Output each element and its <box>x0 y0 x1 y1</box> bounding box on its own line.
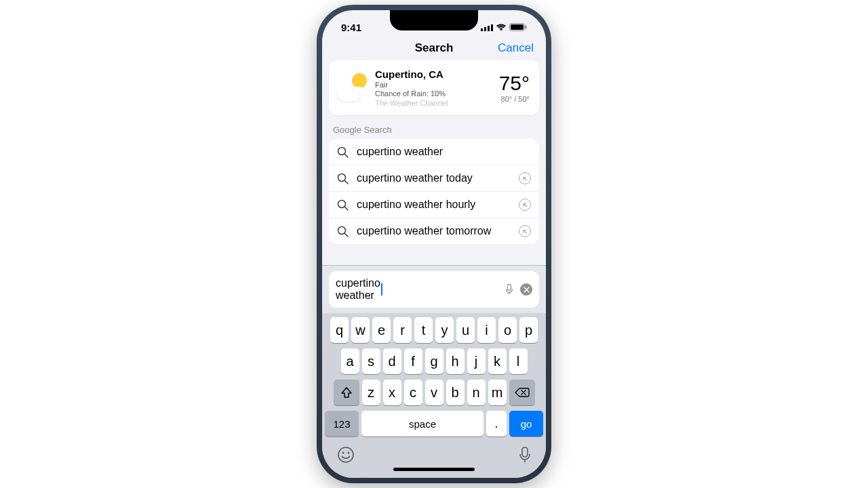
key-u[interactable]: u <box>456 317 475 343</box>
key-s[interactable]: s <box>362 348 380 374</box>
key-j[interactable]: j <box>467 348 486 374</box>
status-time: 9:41 <box>341 22 361 33</box>
key-i[interactable]: i <box>477 317 496 343</box>
key-v[interactable]: v <box>425 380 443 405</box>
fill-arrow-icon[interactable] <box>519 199 531 211</box>
search-icon <box>337 199 349 211</box>
key-h[interactable]: h <box>446 348 465 374</box>
search-icon <box>337 146 349 158</box>
phone-frame: 9:41 Search Cancel <box>317 5 551 483</box>
key-f[interactable]: f <box>404 348 422 374</box>
battery-icon <box>509 23 527 31</box>
svg-point-16 <box>338 447 353 462</box>
nav-bar: Search Cancel <box>322 37 546 60</box>
suggestion-text: cupertino weather hourly <box>357 199 519 211</box>
search-icon <box>337 226 349 237</box>
key-l[interactable]: l <box>509 348 528 374</box>
clear-text-button[interactable] <box>520 283 532 296</box>
suggestion-row[interactable]: cupertino weather hourly <box>329 192 539 218</box>
svg-point-18 <box>348 452 350 454</box>
wifi-icon <box>496 23 507 31</box>
weather-rain-chance: Chance of Rain: 10% <box>375 89 499 98</box>
svg-point-13 <box>338 226 346 234</box>
svg-point-17 <box>342 452 344 454</box>
svg-rect-5 <box>511 24 524 30</box>
svg-rect-15 <box>508 285 511 291</box>
key-e[interactable]: e <box>372 317 391 343</box>
home-indicator[interactable] <box>393 468 475 471</box>
svg-point-7 <box>338 147 346 155</box>
emoji-key[interactable] <box>337 446 355 464</box>
screen: 9:41 Search Cancel <box>322 10 546 478</box>
weather-temperature: 75° <box>499 73 530 94</box>
section-label: Google Search <box>329 125 539 139</box>
key-a[interactable]: a <box>341 348 359 374</box>
weather-card[interactable]: Cupertino, CA Fair Chance of Rain: 10% T… <box>329 60 539 115</box>
svg-line-8 <box>345 154 349 157</box>
key-w[interactable]: w <box>351 317 370 343</box>
svg-rect-0 <box>481 28 483 31</box>
key-m[interactable]: m <box>488 380 507 405</box>
suggestion-text: cupertino weather tomorrow <box>357 225 519 237</box>
key-n[interactable]: n <box>467 380 486 405</box>
search-icon <box>337 173 349 184</box>
key-d[interactable]: d <box>383 348 401 374</box>
suggestion-row[interactable]: cupertino weather tomorrow <box>329 218 539 244</box>
text-cursor <box>381 283 382 296</box>
period-key[interactable]: . <box>486 411 507 436</box>
svg-point-9 <box>338 174 346 181</box>
fill-arrow-icon[interactable] <box>519 225 531 237</box>
suggestion-text: cupertino weather today <box>357 172 519 184</box>
key-y[interactable]: y <box>435 317 454 343</box>
search-input-text: cupertino weather <box>336 277 380 302</box>
shift-key[interactable] <box>334 380 359 405</box>
svg-rect-1 <box>484 27 486 31</box>
key-t[interactable]: t <box>414 317 433 343</box>
cancel-button[interactable]: Cancel <box>498 41 534 55</box>
weather-condition: Fair <box>375 81 499 89</box>
key-p[interactable]: p <box>519 317 538 343</box>
svg-rect-6 <box>526 26 527 29</box>
microphone-key[interactable] <box>519 446 531 464</box>
dictation-icon[interactable] <box>505 284 513 295</box>
key-g[interactable]: g <box>425 348 443 374</box>
key-x[interactable]: x <box>383 380 401 405</box>
svg-line-10 <box>345 180 349 184</box>
keyboard-area: cupertino weather qwertyuiop asdfghjkl <box>322 265 546 478</box>
key-r[interactable]: r <box>393 317 412 343</box>
key-b[interactable]: b <box>446 380 465 405</box>
key-k[interactable]: k <box>488 348 507 374</box>
key-c[interactable]: c <box>404 380 422 405</box>
suggestion-row[interactable]: cupertino weather today <box>329 165 539 192</box>
svg-line-12 <box>345 207 349 210</box>
suggestions-list: cupertino weathercupertino weather today… <box>329 139 539 244</box>
svg-line-14 <box>345 233 349 237</box>
suggestion-row[interactable]: cupertino weather <box>329 139 539 165</box>
suggestion-text: cupertino weather <box>357 146 531 158</box>
key-z[interactable]: z <box>362 380 380 405</box>
svg-rect-3 <box>491 24 493 31</box>
svg-rect-19 <box>522 447 528 457</box>
key-o[interactable]: o <box>498 317 517 343</box>
backspace-key[interactable] <box>509 380 535 405</box>
space-key[interactable]: space <box>361 411 484 436</box>
partly-sunny-icon <box>338 73 368 103</box>
search-input[interactable]: cupertino weather <box>329 271 539 308</box>
go-key[interactable]: go <box>509 411 543 436</box>
numbers-key[interactable]: 123 <box>325 411 359 436</box>
svg-rect-2 <box>488 26 490 31</box>
notch <box>390 10 478 30</box>
weather-source: The Weather Channel <box>375 99 499 107</box>
weather-high-low: 80° / 50° <box>499 95 530 103</box>
fill-arrow-icon[interactable] <box>519 172 531 184</box>
key-q[interactable]: q <box>330 317 349 343</box>
svg-point-11 <box>338 200 346 207</box>
cellular-icon <box>481 24 493 31</box>
weather-location: Cupertino, CA <box>375 68 499 80</box>
